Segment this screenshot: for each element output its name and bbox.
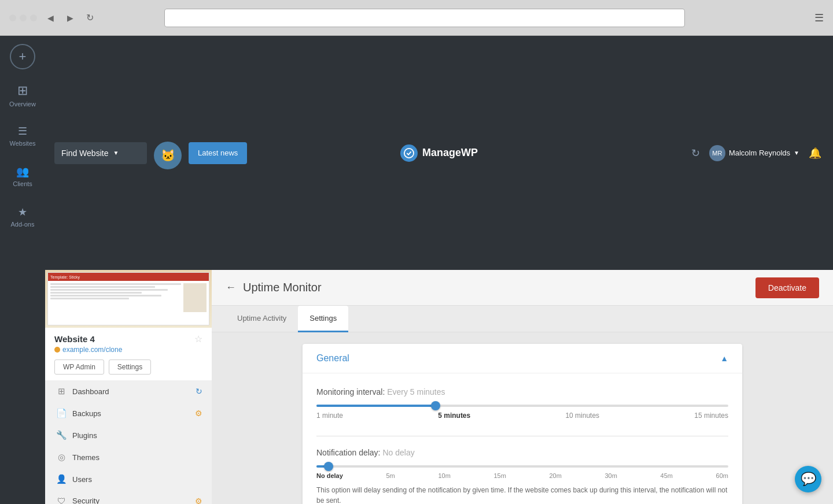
- monitoring-slider-track: [316, 405, 728, 407]
- addons-icon: ★: [18, 206, 27, 218]
- chat-widget-button[interactable]: 💬: [795, 466, 821, 492]
- sidebar-item-addons[interactable]: ★ Add-ons: [0, 197, 45, 237]
- sidebar-item-backups[interactable]: 📄 Backups ⚙: [45, 402, 212, 424]
- delay-slider-track: [316, 465, 728, 468]
- slider-label-1min: 1 minute: [316, 412, 343, 420]
- thumb-line-4: [50, 292, 142, 294]
- mascot-avatar: 🐱: [154, 142, 182, 169]
- dropdown-chevron-icon: ▼: [113, 150, 119, 156]
- wp-admin-label: WP Admin: [63, 363, 95, 371]
- browser-refresh-button[interactable]: ↻: [83, 12, 96, 24]
- managewp-logo: ManageWP: [400, 144, 478, 162]
- logo-text: ManageWP: [422, 147, 478, 159]
- delay-slider-thumb[interactable]: [324, 462, 333, 471]
- websites-icon: ☰: [18, 125, 27, 138]
- deactivate-button[interactable]: Deactivate: [755, 277, 819, 298]
- delay-label-20m: 20m: [549, 472, 561, 479]
- page-header-left: ← Uptime Monitor: [226, 281, 322, 294]
- content-area: General ▲ Monitoring interval: Every 5 m…: [212, 332, 833, 504]
- tabs-bar: Uptime Activity Settings: [212, 306, 833, 332]
- refresh-icon[interactable]: ↻: [691, 147, 700, 160]
- thumbnail-image: [183, 283, 207, 312]
- website-details: Website 4 ☆ example.com/clone WP Admin: [45, 328, 212, 380]
- monitoring-slider-fill: [316, 405, 436, 407]
- overview-label: Overview: [9, 101, 36, 108]
- settings-button[interactable]: Settings: [109, 360, 151, 375]
- delay-label-5m: 5m: [386, 472, 395, 479]
- thumbnail-title: Template: Sticky: [50, 275, 80, 279]
- dashboard-icon: ⊞: [56, 386, 67, 396]
- latest-news-button[interactable]: Latest news: [189, 142, 247, 164]
- svg-point-0: [404, 148, 414, 157]
- thumb-line-3: [50, 289, 168, 291]
- sidebar-item-plugins[interactable]: 🔧 Plugins: [45, 424, 212, 446]
- traffic-lights: [9, 14, 37, 21]
- plugins-icon: 🔧: [56, 430, 67, 440]
- back-button[interactable]: ←: [226, 281, 236, 294]
- tab-uptime-activity[interactable]: Uptime Activity: [226, 306, 298, 332]
- wp-admin-button[interactable]: WP Admin: [54, 360, 104, 375]
- security-gear-icon: ⚙: [195, 496, 202, 505]
- sidebar-item-dashboard[interactable]: ⊞ Dashboard ↻: [45, 380, 212, 402]
- backups-gear-icon: ⚙: [195, 409, 202, 418]
- monitoring-interval-label: Monitoring interval:: [316, 387, 385, 396]
- sidebar-item-users[interactable]: 👤 Users: [45, 468, 212, 490]
- delay-label-45m: 45m: [661, 472, 673, 479]
- add-website-button[interactable]: +: [10, 44, 35, 69]
- sidebar-item-websites[interactable]: ☰ Websites: [0, 116, 45, 156]
- thumb-line-5: [50, 295, 161, 297]
- backups-icon: 📄: [56, 408, 67, 418]
- address-bar[interactable]: [164, 9, 685, 27]
- sidebar-item-clients[interactable]: 👥 Clients: [0, 156, 45, 197]
- deactivate-label: Deactivate: [768, 283, 806, 292]
- thumbnail-inner: Template: Sticky: [47, 272, 209, 325]
- delay-label-60m: 60m: [716, 472, 728, 479]
- logo-icon: [400, 144, 418, 162]
- notification-delay-section: Notification delay: No delay: [316, 448, 728, 504]
- addons-label: Add-ons: [11, 221, 35, 228]
- forward-nav-button[interactable]: ▶: [64, 12, 76, 24]
- browser-chrome: ◀ ▶ ↻ ☰: [0, 0, 833, 36]
- main-sidebar: Template: Sticky: [45, 270, 212, 504]
- favorite-star-icon[interactable]: ☆: [194, 333, 202, 344]
- find-website-label: Find Website: [61, 149, 108, 158]
- delay-info-text: This option will delay sending of the no…: [316, 485, 728, 504]
- delay-label-10m: 10m: [438, 472, 450, 479]
- page-header: ← Uptime Monitor Deactivate: [212, 270, 833, 306]
- tab-settings[interactable]: Settings: [298, 306, 348, 332]
- icon-sidebar: + ⊞ Overview ☰ Websites 👥 Clients ★ Add-…: [0, 36, 45, 504]
- sidebar-item-themes[interactable]: ◎ Themes: [45, 446, 212, 468]
- slider-label-5min: 5 minutes: [438, 412, 470, 420]
- security-label: Security: [72, 496, 99, 504]
- themes-label: Themes: [72, 453, 99, 462]
- section-divider: [316, 436, 728, 436]
- browser-menu-button[interactable]: ☰: [814, 12, 824, 24]
- thumb-line-6: [50, 298, 129, 299]
- tab-uptime-activity-label: Uptime Activity: [237, 314, 286, 323]
- settings-panel: General ▲ Monitoring interval: Every 5 m…: [303, 344, 742, 504]
- url-text: example.com/clone: [62, 346, 122, 354]
- notification-delay-label: Notification delay:: [316, 448, 381, 457]
- back-nav-button[interactable]: ◀: [44, 12, 57, 24]
- notification-bell-icon[interactable]: 🔔: [809, 147, 821, 160]
- main-content: ← Uptime Monitor Deactivate Uptime Activ…: [212, 270, 833, 504]
- delay-slider-labels: No delay 5m 10m 15m 20m 30m 45m 60m: [316, 472, 728, 479]
- user-menu[interactable]: MR Malcolm Reynolds ▼: [709, 145, 799, 161]
- app-container: + ⊞ Overview ☰ Websites 👥 Clients ★ Add-…: [0, 36, 833, 504]
- website-name: Website 4: [54, 334, 95, 344]
- delay-label-15m: 15m: [493, 472, 506, 479]
- find-website-dropdown[interactable]: Find Website ▼: [54, 142, 147, 164]
- traffic-light-red: [9, 14, 16, 21]
- thumbnail-lines: [50, 283, 181, 312]
- panel-collapse-button[interactable]: ▲: [720, 354, 728, 363]
- user-name: Malcolm Reynolds: [729, 149, 790, 157]
- sidebar-item-overview[interactable]: ⊞ Overview: [0, 75, 45, 116]
- top-bar: Find Website ▼ 🐱 Latest news ManageWP: [45, 36, 833, 270]
- user-menu-chevron: ▼: [794, 150, 799, 156]
- thumbnail-body: [48, 281, 209, 314]
- monitoring-slider-thumb[interactable]: [431, 401, 440, 410]
- panel-title: General: [316, 353, 349, 364]
- sidebar-item-security[interactable]: 🛡 Security ⚙: [45, 490, 212, 504]
- thumbnail-header: Template: Sticky: [48, 273, 209, 281]
- website-name-row: Website 4 ☆: [54, 333, 202, 344]
